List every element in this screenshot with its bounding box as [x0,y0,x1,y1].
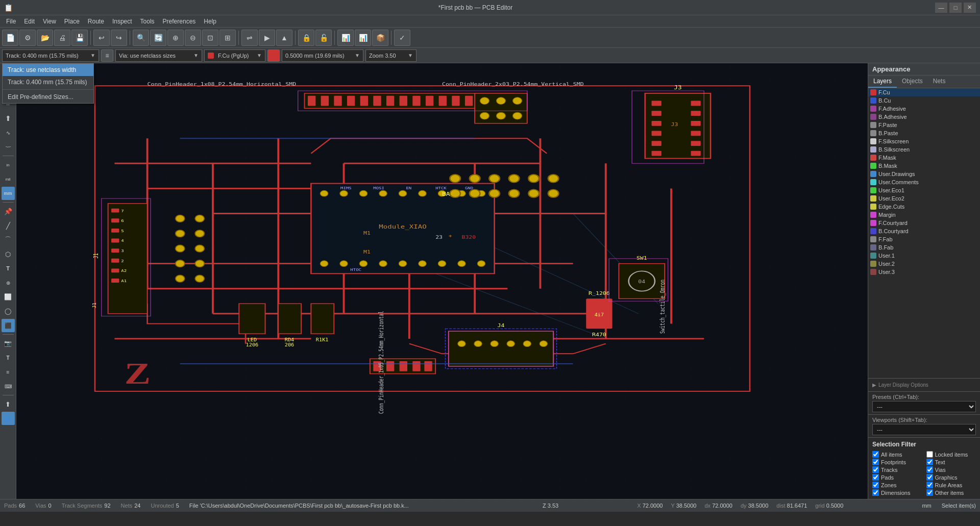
add-arc-tool[interactable]: ⌒ [2,233,15,246]
layer-item-b-cu[interactable]: B.Cu [868,96,980,105]
menu-item-tools[interactable]: Tools [136,17,159,26]
3d-viewer-button[interactable]: 📦 [372,30,388,46]
menu-item-inspect[interactable]: Inspect [108,17,136,26]
filter-checkbox-dimensions[interactable] [872,489,879,496]
settings-button[interactable]: ⚙ [19,30,36,46]
route-differential-tool[interactable]: ⬆ [2,112,15,125]
tune-diff-tool[interactable]: 〰 [2,140,15,154]
close-button[interactable]: ✕ [964,3,976,13]
filter-checkbox-tracks[interactable] [872,466,879,473]
add-circle-tool[interactable]: ◯ [2,305,15,318]
layer-item-f-mask[interactable]: F.Mask [868,154,980,162]
board-stats-button[interactable]: 📊 [355,30,371,46]
menu-item-edit[interactable]: Edit [20,17,39,26]
maximize-button[interactable]: □ [949,3,962,13]
tune-length-tool[interactable]: ∿ [2,126,15,139]
unlock-button[interactable]: 🔓 [315,30,332,46]
layer-item-margin[interactable]: Margin [868,211,980,219]
set-unit-mm[interactable]: mm [2,187,15,200]
layer-item-user-eco2[interactable]: User.Eco2 [868,194,980,203]
layer-item-user-2[interactable]: User.2 [868,260,980,268]
minimize-button[interactable]: — [935,3,947,13]
add-polygon-tool[interactable]: ⬡ [2,247,15,261]
track-edit-sizes-item[interactable]: Edit Pre-defined Sizes... [3,91,93,103]
filter-checkbox-graphics[interactable] [926,474,933,481]
viewports-select[interactable]: --- [872,424,976,435]
layer-item-b-silkscreen[interactable]: B.Silkscreen [868,145,980,154]
menu-item-place[interactable]: Place [60,17,84,26]
render-button[interactable]: ▲ [276,30,292,46]
zoom-out-button[interactable]: ⊖ [185,30,201,46]
layer-item-b-mask[interactable]: B.Mask [868,162,980,170]
layer-item-b-paste[interactable]: B.Paste [868,129,980,137]
layer-manager-tool[interactable]: ⬤ [2,412,15,425]
via-size-dropdown[interactable]: Via: use netclass sizes ▼ [115,49,202,62]
draw-line-tool[interactable]: ╱ [2,219,15,232]
add-rect-tool[interactable]: ⬜ [2,290,15,304]
net-inspector-button[interactable]: 📊 [337,30,354,46]
presets-select[interactable]: --- [872,401,976,412]
menu-item-preferences[interactable]: Preferences [159,17,200,26]
track-400-item[interactable]: Track: 0.400 mm (15.75 mils) [3,76,93,88]
add-footprint-tool[interactable]: 📌 [2,205,15,218]
zoom-dropdown[interactable]: Zoom 3.50 ▼ [365,49,416,62]
menu-item-route[interactable]: Route [84,17,108,26]
menu-item-file[interactable]: File [2,17,20,26]
layer-item-b-adhesive[interactable]: B.Adhesive [868,113,980,121]
tab-objects[interactable]: Objects [897,76,928,88]
active-layer-dropdown[interactable]: F.Cu (PgUp) ▼ [204,49,265,62]
track-settings-button[interactable]: ≡ [101,49,113,62]
filter-checkbox-pads[interactable] [872,474,879,481]
layer-item-f-adhesive[interactable]: F.Adhesive [868,105,980,113]
print-button[interactable]: 🖨 [54,30,70,46]
layer-item-f-paste[interactable]: F.Paste [868,121,980,129]
zoom-fit-button[interactable]: ⊡ [202,30,218,46]
layer-item-f-silkscreen[interactable]: F.Silkscreen [868,137,980,145]
filter-checkbox-text[interactable] [926,459,933,465]
screenshot-tool[interactable]: 📷 [2,337,15,350]
layer-display-options-header[interactable]: ▶ Layer Display Options [872,381,976,389]
flip-button[interactable]: ⇌ [241,30,258,46]
search-button[interactable]: 🔍 [133,30,149,46]
refresh-button[interactable]: 🔄 [150,30,166,46]
filter-checkbox-all-items[interactable] [872,451,879,458]
grid-size-dropdown[interactable]: 0.5000 mm (19.69 mils) ▼ [282,49,363,62]
filter-checkbox-zones[interactable] [872,482,879,488]
add-zone-tool[interactable]: ⬛ [2,319,15,332]
add-via-tool[interactable]: in [2,158,15,171]
redo-button[interactable]: ↪ [111,30,127,46]
filter-checkbox-rule-areas[interactable] [926,482,933,488]
layer-color-button[interactable] [267,49,280,62]
save-button[interactable]: 💾 [71,30,88,46]
tab-nets[interactable]: Nets [928,76,951,88]
layer-item-edge-cuts[interactable]: Edge.Cuts [868,203,980,211]
new-button[interactable]: 📄 [2,30,18,46]
layer-item-f-cu[interactable]: F.Cu [868,88,980,96]
layer-item-b-courtyard[interactable]: B.Courtyard [868,227,980,235]
layer-item-b-fab[interactable]: B.Fab [868,243,980,252]
filter-checkbox-vias[interactable] [926,466,933,473]
add-text2-tool[interactable]: T [2,351,15,364]
undo-button[interactable]: ↩ [93,30,110,46]
push-tool[interactable]: ⬆ [2,397,15,411]
scripting-tool[interactable]: ⌨ [2,380,15,393]
filter-checkbox-footprints[interactable] [872,459,879,465]
set-clearance-tool[interactable]: mil [2,172,15,186]
lock-button[interactable]: 🔒 [298,30,314,46]
layer-item-user-eco1[interactable]: User.Eco1 [868,186,980,194]
open-button[interactable]: 📂 [37,30,53,46]
filter-checkbox-other-items[interactable] [926,489,933,496]
zoom-select-button[interactable]: ⊞ [219,30,236,46]
menu-item-view[interactable]: View [39,17,60,26]
pcb-canvas-area[interactable]: J1 7 6 5 4 3 2 A2 A1 [16,63,868,499]
filter-checkbox-locked-items[interactable] [926,451,933,458]
layer-item-user-drawings[interactable]: User.Drawings [868,170,980,178]
add-dimension-tool[interactable]: ⊕ [2,276,15,289]
play-button[interactable]: ▶ [259,30,275,46]
layer-item-user-3[interactable]: User.3 [868,268,980,276]
menu-item-help[interactable]: Help [200,17,220,26]
track-width-dropdown[interactable]: Track: 0.400 mm (15.75 mils) ▼ [2,49,99,62]
tab-layers[interactable]: Layers [868,76,897,88]
layer-item-user-comments[interactable]: User.Comments [868,178,980,186]
layer-item-f-fab[interactable]: F.Fab [868,235,980,243]
